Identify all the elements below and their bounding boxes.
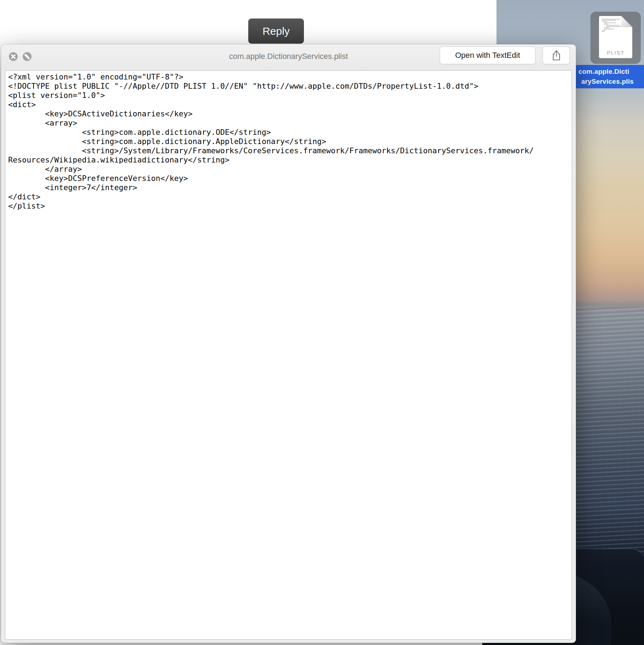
file-icon-selection-highlight[interactable]: PLIST (590, 12, 641, 64)
share-icon (552, 50, 561, 61)
plist-xml-text: <?xml version="1.0" encoding="UTF-8"?> <… (5, 71, 572, 213)
open-with-textedit-button[interactable]: Open with TextEdit (440, 46, 535, 64)
file-name-label[interactable]: com.apple.Dicti aryServices.plis (575, 65, 644, 88)
share-button[interactable] (543, 46, 570, 64)
quicklook-window: com.apple.DictionaryServices.plist Open … (1, 44, 576, 643)
plist-content-pane[interactable]: <?xml version="1.0" encoding="UTF-8"?> <… (5, 70, 572, 640)
reply-button[interactable]: Reply (248, 18, 304, 44)
quicklook-titlebar[interactable]: com.apple.DictionaryServices.plist Open … (1, 44, 576, 70)
page-corner-fold (621, 16, 632, 27)
file-name-line-1: com.apple.Dicti (575, 67, 644, 77)
file-name-line-2: aryServices.plis (575, 77, 644, 87)
titlebar-actions: Open with TextEdit (440, 46, 570, 64)
plist-document-icon[interactable]: PLIST (599, 16, 632, 58)
file-type-badge: PLIST (607, 50, 624, 56)
